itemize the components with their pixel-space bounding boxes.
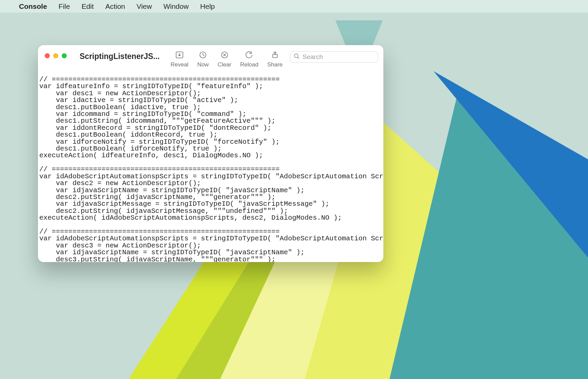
share-button[interactable]: Share (267, 50, 282, 68)
reveal-label: Reveal (170, 61, 188, 68)
zoom-window-button[interactable] (62, 53, 67, 58)
now-button[interactable]: Now (197, 50, 209, 68)
menubar: Console File Edit Action View Window Hel… (0, 0, 588, 13)
clear-button[interactable]: Clear (217, 50, 231, 68)
menu-view[interactable]: View (136, 2, 152, 11)
clear-icon (220, 50, 229, 60)
search-field[interactable] (290, 51, 378, 63)
close-window-button[interactable] (45, 53, 50, 58)
window-title: ScriptingListenerJS... (80, 52, 160, 61)
window-controls (45, 53, 67, 58)
titlebar: ScriptingListenerJS... Reveal Now Clear (38, 45, 383, 74)
search-input[interactable] (302, 53, 374, 61)
now-icon (199, 50, 207, 60)
share-label: Share (267, 61, 282, 68)
minimize-window-button[interactable] (53, 53, 58, 58)
console-window: ScriptingListenerJS... Reveal Now Clear (38, 45, 383, 262)
share-icon (271, 50, 279, 60)
clear-label: Clear (217, 61, 231, 68)
menu-file[interactable]: File (59, 2, 70, 11)
menu-action[interactable]: Action (105, 2, 125, 11)
app-menu[interactable]: Console (19, 2, 47, 11)
log-text: // =====================================… (39, 76, 382, 262)
toolbar: Reveal Now Clear Reload (170, 50, 282, 68)
reveal-button[interactable]: Reveal (170, 50, 188, 68)
reload-label: Reload (240, 61, 258, 68)
log-view[interactable]: // =====================================… (38, 76, 383, 262)
reveal-icon (175, 50, 184, 60)
menu-edit[interactable]: Edit (82, 2, 94, 11)
now-label: Now (197, 61, 209, 68)
menu-window[interactable]: Window (163, 2, 189, 11)
reload-button[interactable]: Reload (240, 50, 258, 68)
svg-point-12 (294, 54, 298, 58)
reload-icon (245, 50, 253, 60)
menu-help[interactable]: Help (200, 2, 215, 11)
search-icon (294, 53, 300, 61)
